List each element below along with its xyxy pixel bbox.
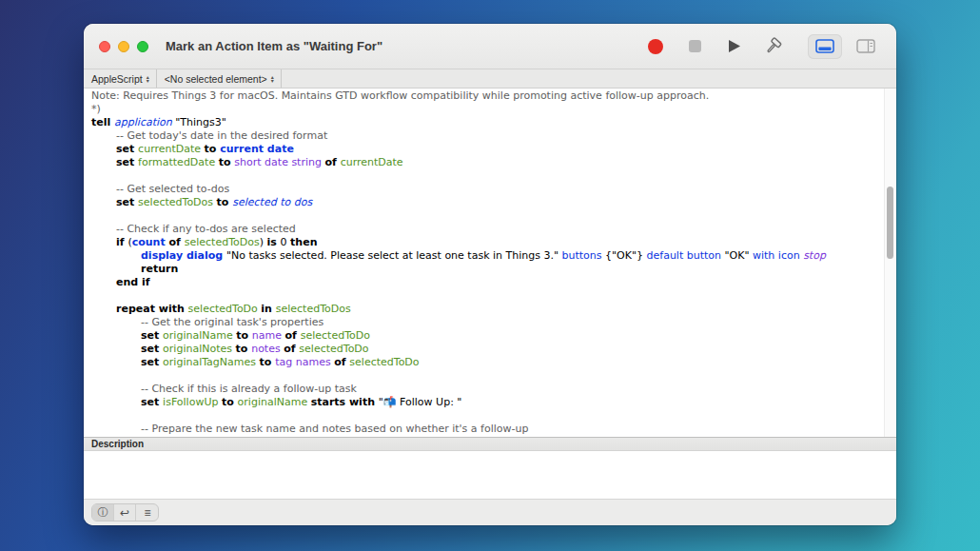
code-line: end if — [84, 276, 884, 289]
toggle-sidebar-button[interactable] — [849, 34, 883, 59]
close-button[interactable] — [99, 41, 110, 52]
log-tab-button[interactable]: ≡ — [136, 504, 158, 521]
code-lines: Note: Requires Things 3 for macOS. Maint… — [84, 89, 884, 436]
element-popup-label: <No selected element> — [165, 73, 267, 85]
stop-button[interactable] — [683, 35, 706, 58]
play-icon — [727, 39, 741, 53]
vertical-scrollbar[interactable] — [884, 89, 896, 437]
code-line: display dialog "No tasks selected. Pleas… — [84, 249, 884, 263]
code-line: set selectedToDos to selected to dos — [84, 196, 884, 209]
element-popup[interactable]: <No selected element> ▴▾ — [157, 69, 282, 88]
language-popup[interactable]: AppleScript ▴▾ — [84, 69, 157, 88]
code-line — [84, 369, 884, 383]
code-line: set originalNotes to notes of selectedTo… — [84, 343, 884, 356]
navigation-bar: AppleScript ▴▾ <No selected element> ▴▾ — [84, 69, 896, 89]
hammer-icon — [763, 36, 783, 56]
code-line — [84, 209, 884, 223]
window-title: Mark an Action Item as "Waiting For" — [166, 39, 382, 53]
code-line: -- Prepare the new task name and notes b… — [84, 423, 884, 436]
toggle-accessory-panel-button[interactable] — [808, 34, 842, 59]
stop-icon — [689, 40, 701, 52]
description-header: Description — [84, 437, 896, 451]
popup-arrows-icon: ▴▾ — [271, 75, 274, 83]
description-content[interactable] — [84, 451, 896, 499]
code-line — [84, 409, 884, 423]
code-line — [84, 289, 884, 303]
code-line: repeat with selectedToDo in selectedToDo… — [84, 303, 884, 316]
language-popup-label: AppleScript — [91, 73, 143, 85]
info-icon: ⓘ — [98, 505, 108, 520]
right-sidebar-icon — [856, 39, 875, 53]
description-tab-button[interactable]: ⓘ — [92, 504, 114, 521]
script-editor-window: Mark an Action Item as "Waiting For" — [84, 24, 896, 525]
window-controls — [99, 41, 148, 52]
code-line: set currentDate to current date — [84, 143, 884, 156]
record-icon — [648, 39, 663, 54]
code-line: tell application "Things3" — [84, 116, 884, 129]
return-icon: ↩ — [120, 506, 129, 520]
record-button[interactable] — [644, 35, 667, 58]
code-line: -- Get today's date in the desired forma… — [84, 129, 884, 143]
popup-arrows-icon: ▴▾ — [147, 75, 149, 83]
code-line: set formattedDate to short date string o… — [84, 156, 884, 169]
compile-button[interactable] — [761, 35, 784, 58]
code-line: if (count of selectedToDos) is 0 then — [84, 236, 884, 249]
code-editor[interactable]: Note: Requires Things 3 for macOS. Maint… — [84, 89, 896, 437]
code-line: -- Check if any to-dos are selected — [84, 223, 884, 236]
code-line: Note: Requires Things 3 for macOS. Maint… — [84, 89, 884, 103]
minimize-button[interactable] — [118, 41, 129, 52]
code-line: -- Check if this is already a follow-up … — [84, 383, 884, 396]
code-line: *) — [84, 103, 884, 116]
bottom-panel-icon — [815, 39, 834, 53]
code-line: set isFollowUp to originalName starts wi… — [84, 396, 884, 409]
run-button[interactable] — [722, 35, 745, 58]
code-line: -- Get the original task's properties — [84, 316, 884, 329]
code-line: set originalTagNames to tag names of sel… — [84, 356, 884, 369]
list-icon: ≡ — [144, 506, 149, 520]
scrollbar-thumb[interactable] — [887, 187, 893, 259]
description-header-label: Description — [91, 439, 144, 449]
code-line — [84, 169, 884, 183]
zoom-button[interactable] — [137, 41, 148, 52]
result-tab-button[interactable]: ↩ — [114, 504, 136, 521]
accessory-view-segmented-control: ⓘ ↩ ≡ — [91, 503, 159, 521]
code-line: return — [84, 263, 884, 276]
code-line: -- Get selected to-dos — [84, 183, 884, 196]
code-line: set originalName to name of selectedToDo — [84, 329, 884, 343]
title-bar: Mark an Action Item as "Waiting For" — [84, 24, 896, 69]
accessory-bar: ⓘ ↩ ≡ — [84, 499, 896, 525]
